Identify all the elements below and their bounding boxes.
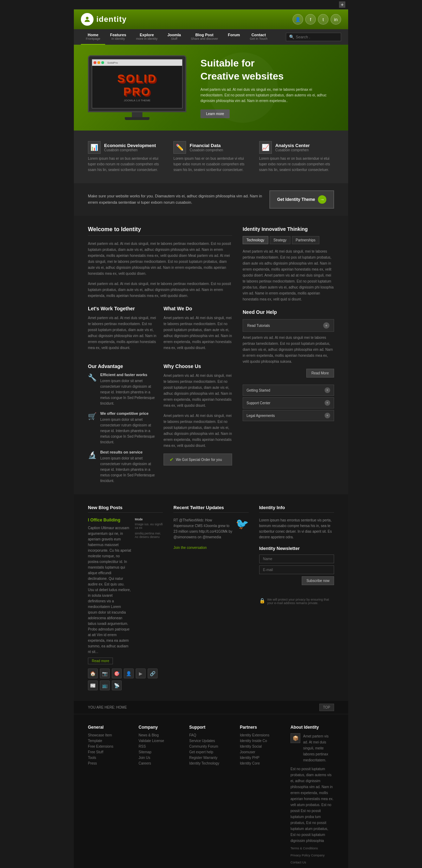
why-choose-section: Why Choose Us Amet partem vis ad. At mei… — [164, 363, 232, 484]
analysis-icon: 📈 — [259, 141, 272, 154]
footer-col-partners: Partners Identity Extensions Identity In… — [240, 725, 283, 864]
advantage-item-1: 🛒 We offer competitive price Lorem ipsum… — [88, 411, 156, 445]
social-target-icon[interactable]: 🎯 — [112, 669, 122, 678]
header-facebook-icon[interactable]: f — [305, 14, 316, 25]
tab-technology[interactable]: Technology — [243, 236, 268, 244]
footer-link-identity-inside[interactable]: Identity Inside Co — [240, 739, 283, 743]
footer-col-general: General Showcase Item Template Free Exte… — [88, 725, 132, 864]
nav-home[interactable]: Home Frontpage — [81, 29, 105, 45]
footer-link-free-stuff[interactable]: Free Stuff — [88, 750, 132, 754]
footer-link-service-updates[interactable]: Service Updates — [189, 739, 233, 743]
footer-link-press[interactable]: Press — [88, 761, 132, 765]
footer-link-join-us[interactable]: Join Us — [139, 756, 182, 760]
plus-button[interactable]: + — [339, 1, 345, 8]
social-video-icon[interactable]: ▶ — [136, 669, 146, 678]
footer-link-joomuser[interactable]: Joomuser — [240, 750, 283, 754]
twitter-title: Recent Twitter Updates — [173, 505, 248, 513]
footer-link-identity-extensions[interactable]: Identity Extensions — [240, 733, 283, 737]
what-we-do-title: What We Do — [164, 306, 232, 311]
nav-forum[interactable]: Forum — [223, 29, 245, 45]
nav-joomla[interactable]: Joomla Stuff — [162, 29, 186, 45]
identity-info-title: Identity Info — [259, 505, 334, 513]
special-order-button[interactable]: ✔ We Got Special Order for you — [164, 454, 232, 465]
footer-link-faq[interactable]: FAQ — [189, 733, 233, 737]
help-link-support-center[interactable]: Support Center + — [243, 397, 334, 408]
help-link-getting-started[interactable]: Getting Started + — [243, 385, 334, 396]
tab-strategy[interactable]: Strategy — [270, 236, 290, 244]
footer-link-identity-social[interactable]: Identity Social — [240, 745, 283, 748]
top-button[interactable]: TOP — [319, 704, 334, 711]
social-icons-row: 🏠 📷 🎯 👤 ▶ 🔗 📰 📺 📡 — [88, 669, 163, 690]
footer-link-validate[interactable]: Validate License — [139, 739, 182, 743]
newsletter-name-input[interactable] — [259, 555, 334, 563]
logo[interactable]: identity — [81, 13, 127, 26]
welcome-title: Welcome to Identity — [88, 226, 232, 236]
social-youtube-icon[interactable]: 📺 — [100, 680, 110, 690]
nav-features[interactable]: Features In identity — [105, 29, 131, 45]
footer-link-identity-tech[interactable]: Identity Technology — [189, 761, 233, 765]
footer-link-expert-help[interactable]: Get expert help — [189, 750, 233, 754]
header-person-icon[interactable]: 👤 — [293, 14, 303, 25]
join-conversation-link[interactable]: Join the conversation — [173, 546, 248, 550]
help-link-legal[interactable]: Legal Agreements + — [243, 410, 334, 421]
features-section: 📊 Economic Development Cusaboin comprehe… — [74, 131, 348, 183]
nav-contact[interactable]: Contact Get in Touch — [245, 29, 272, 45]
search-input[interactable] — [296, 35, 338, 39]
blog-read-more[interactable]: Read more — [88, 658, 113, 664]
footer-col-support: Support FAQ Service Updates Community Fo… — [189, 725, 233, 864]
search-box[interactable]: 🔍 — [286, 33, 341, 41]
feature-analysis: 📈 Analysis Center Cusaboin comprehen Lor… — [259, 141, 334, 173]
footer-link-sitemap[interactable]: Sitemap — [139, 750, 182, 754]
social-rss-icon[interactable]: 📡 — [112, 680, 122, 690]
advantage-text-0: Lorem ipsum dolor sit amet consectetuer … — [100, 378, 156, 406]
footer-links: General Showcase Item Template Free Exte… — [74, 714, 348, 868]
social-photo-icon[interactable]: 📷 — [100, 669, 110, 678]
contact-us-link[interactable]: Contact Us — [290, 861, 306, 864]
footer-terms: Terms & Conditions Privacy Policy Compan… — [290, 847, 334, 864]
read-more-button[interactable]: Read More — [306, 369, 334, 378]
nav-blog-sub: Share and discover — [191, 37, 218, 40]
footer-link-community-forum[interactable]: Community Forum — [189, 745, 233, 748]
nav-contact-label: Contact — [250, 33, 267, 37]
footer-link-showcase[interactable]: Showcase Item — [88, 733, 132, 737]
what-we-do-text: Amet partem vis ad. At mei duis singuli,… — [164, 315, 232, 351]
newsletter-email-input[interactable] — [259, 565, 334, 574]
tab-partnerships[interactable]: Partnerships — [292, 236, 319, 244]
read-tutorials-label: Read Tutorials — [247, 324, 270, 328]
hero-description: Amet partem vis ad. At mei duis vis sing… — [200, 87, 334, 104]
what-we-do-section: What We Do Amet partem vis ad. At mei du… — [164, 306, 232, 355]
header-linkedin-icon[interactable]: in — [331, 14, 341, 25]
cta-banner: Make sure your website works for you. Di… — [74, 183, 348, 216]
footer-link-template[interactable]: Template — [88, 739, 132, 743]
learn-more-button[interactable]: Learn more — [200, 109, 230, 118]
footer-col-about: About Identity 📦 Amet partem vis ad. At … — [290, 725, 334, 864]
twitter-text: RT @TheNextWeb: How #opensource CMS #Joo… — [173, 518, 232, 540]
feature-economic-subtitle: Cusaboin comprehen — [104, 148, 156, 152]
support-center-icon: + — [325, 400, 330, 406]
footer-link-warranty[interactable]: Register Warranty — [189, 756, 233, 760]
nav-blog[interactable]: Blog Post Share and discover — [186, 29, 223, 45]
subscribe-button[interactable]: Subscribe now — [302, 576, 334, 585]
lock-icon: 🔒 — [259, 598, 265, 603]
header-twitter-icon[interactable]: t — [318, 14, 328, 25]
footer-link-careers[interactable]: Careers — [139, 761, 182, 765]
footer-link-identity-core[interactable]: Identity Core — [240, 761, 283, 765]
footer-link-free-extensions[interactable]: Free Extensions — [88, 745, 132, 748]
get-identity-theme-button[interactable]: Get Identity Theme → — [269, 190, 334, 209]
footer-link-tools[interactable]: Tools — [88, 756, 132, 760]
blog-post-title[interactable]: I Office Building — [88, 518, 131, 522]
footer-link-rss[interactable]: RSS — [139, 745, 182, 748]
social-news-icon[interactable]: 📰 — [88, 680, 98, 690]
logo-icon — [81, 13, 94, 26]
footer-link-identity-php[interactable]: Identity PHP — [240, 756, 283, 760]
privacy-policy-link[interactable]: Privacy Policy Company — [290, 854, 325, 857]
social-user-icon[interactable]: 👤 — [124, 669, 134, 678]
terms-conditions-link[interactable]: Terms & Conditions — [290, 847, 318, 850]
social-link-icon[interactable]: 🔗 — [148, 669, 158, 678]
footer-link-news[interactable]: News & Blog — [139, 733, 182, 737]
social-home-icon[interactable]: 🏠 — [88, 669, 98, 678]
footer-support-title: Support — [189, 725, 233, 730]
innovative-text: Amet partem vis ad. At mei duis singuli,… — [243, 248, 334, 302]
read-tutorials-button[interactable]: Read Tutorials + — [243, 319, 334, 332]
nav-explore[interactable]: Explore more in identity — [131, 29, 162, 45]
